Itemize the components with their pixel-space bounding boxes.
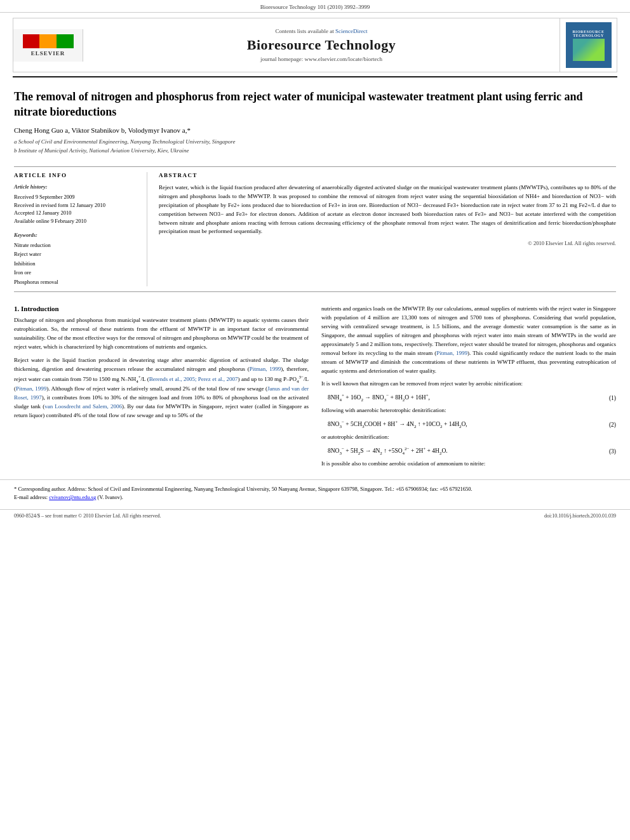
intro-para-2: Reject water is the liquid fraction prod… [14, 356, 309, 420]
elsevier-logo: ELSEVIER [23, 34, 74, 57]
affiliation-a: a School of Civil and Environmental Engi… [14, 138, 616, 146]
article-main-title: The removal of nitrogen and phosphorus f… [14, 89, 616, 120]
body-col-left: 1. Introduction Discharge of nitrogen an… [14, 305, 309, 473]
elsevier-logo-area: ELSEVIER [13, 29, 83, 62]
article-title-section: The removal of nitrogen and phosphorus f… [0, 77, 630, 161]
keyword-2: Reject water [14, 250, 135, 258]
intro-heading: 1. Introduction [14, 305, 309, 312]
footnote-corresponding: * Corresponding author. Address: School … [14, 485, 616, 493]
body-col-right: nutrients and organics loads on the MWWT… [321, 305, 616, 473]
journal-citation: Bioresource Technology 101 (2010) 3992–3… [0, 0, 630, 13]
abstract-col: ABSTRACT Reject water, which is the liqu… [147, 172, 616, 286]
article-info-abstract: ARTICLE INFO Article history: Received 9… [0, 172, 630, 286]
bottom-bar: 0960-8524/$ – see front matter © 2010 El… [0, 509, 630, 522]
email-link[interactable]: cvivanov@ntu.edu.sg [49, 494, 96, 500]
intro-para-7: It is possible also to combine aerobic o… [321, 460, 616, 469]
intro-para-6: or autotrophic denitrification: [321, 433, 616, 442]
eq2-formula: 8NO3− + 5CH3COOH + 8H+ → 4N2 ↑ +10CO2 + … [328, 420, 603, 429]
journal-title: Bioresource Technology [90, 37, 553, 53]
journal-homepage: journal homepage: www.elsevier.com/locat… [90, 56, 553, 62]
history-label: Article history: [14, 183, 135, 190]
bottom-copyright: 0960-8524/$ – see front matter © 2010 El… [14, 513, 161, 519]
intro-para-4: It is well known that nitrogen can be re… [321, 380, 616, 389]
eq3-formula: 8NO3− + 5H2S → 4N2 ↑ +5SO42− + 2H+ + 4H2… [328, 446, 603, 456]
eq1-formula: 8NH4+ + 16O2 → 8NO3− + 8H2O + 16H+, [328, 393, 603, 403]
available-date: Available online 9 February 2010 [14, 217, 135, 225]
body-content: 1. Introduction Discharge of nitrogen an… [0, 297, 630, 473]
eq3-number: (3) [609, 448, 616, 455]
article-info-col: ARTICLE INFO Article history: Received 9… [14, 172, 147, 286]
journal-banner: ELSEVIER Contents lists available at Sci… [13, 18, 617, 72]
keywords-label: Keywords: [14, 232, 135, 238]
abstract-heading: ABSTRACT [159, 172, 616, 178]
body-two-col: 1. Introduction Discharge of nitrogen an… [14, 305, 616, 473]
thin-divider-1 [14, 166, 616, 167]
article-info-heading: ARTICLE INFO [14, 172, 135, 178]
sciencedirect-line: Contents lists available at ScienceDirec… [90, 28, 553, 34]
footnote-email: E-mail address: cvivanov@ntu.edu.sg (V. … [14, 493, 616, 502]
citation-text: Bioresource Technology 101 (2010) 3992–3… [260, 4, 370, 10]
abstract-text: Reject water, which is the liquid fracti… [159, 183, 616, 237]
keyword-4: Iron ore [14, 268, 135, 277]
received-revised-date: Received in revised form 12 January 2010 [14, 201, 135, 210]
keyword-1: Nitrate reduction [14, 241, 135, 250]
article-authors: Cheng Hong Guo a, Viktor Stabnikov b, Vo… [14, 126, 616, 134]
eq1-number: (1) [609, 395, 616, 401]
equation-2: 8NO3− + 5CH3COOH + 8H+ → 4N2 ↑ +10CO2 + … [328, 420, 616, 429]
bioresource-icon-img [573, 39, 605, 61]
intro-para-1: Discharge of nitrogen and phosphorus fro… [14, 316, 309, 352]
keyword-3: Inhibition [14, 259, 135, 268]
copyright-line: © 2010 Elsevier Ltd. All rights reserved… [159, 240, 616, 246]
journal-icon-area: BIORESOURCETECHNOLOGY [560, 18, 617, 72]
elsevier-color-stripe [23, 34, 74, 48]
equation-3: 8NO3− + 5H2S → 4N2 ↑ +5SO42− + 2H+ + 4H2… [328, 446, 616, 456]
bioresource-icon: BIORESOURCETECHNOLOGY [566, 22, 612, 68]
bottom-doi: doi:10.1016/j.biortech.2010.01.039 [544, 513, 616, 519]
intro-para-5: following with anaerobic heterotrophic d… [321, 406, 616, 415]
thin-divider-2 [14, 291, 616, 292]
affiliation-b: b Institute of Municipal Activity, Natio… [14, 147, 616, 155]
received-date: Received 9 September 2009 [14, 193, 135, 201]
keyword-5: Phosphorus removal [14, 277, 135, 286]
equation-1: 8NH4+ + 16O2 → 8NO3− + 8H2O + 16H+, (1) [328, 393, 616, 403]
intro-para-3: nutrients and organics loads on the MWWT… [321, 305, 616, 376]
accepted-date: Accepted 12 January 2010 [14, 209, 135, 217]
eq2-number: (2) [609, 422, 616, 428]
page: Bioresource Technology 101 (2010) 3992–3… [0, 0, 630, 840]
sciencedirect-link[interactable]: ScienceDirect [335, 28, 367, 34]
banner-center: Contents lists available at ScienceDirec… [83, 24, 560, 66]
elsevier-label: ELSEVIER [31, 50, 65, 57]
bioresource-icon-text: BIORESOURCETECHNOLOGY [573, 30, 605, 37]
footnote-area: * Corresponding author. Address: School … [0, 479, 630, 502]
